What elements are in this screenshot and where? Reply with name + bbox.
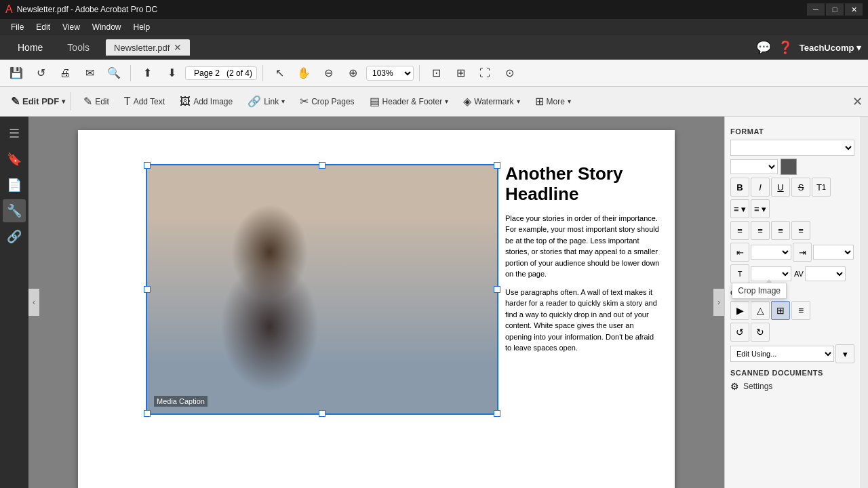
text-size-btn[interactable]: T: [730, 264, 749, 283]
flip-button[interactable]: △: [751, 301, 770, 320]
zoom-out-button[interactable]: ⊖: [317, 63, 339, 83]
collapse-left-button[interactable]: ‹: [28, 289, 39, 316]
tab-close-icon[interactable]: ✕: [174, 42, 182, 53]
color-picker[interactable]: [781, 159, 797, 175]
arrange-button[interactable]: ▶: [730, 301, 749, 320]
crop-pages-button[interactable]: ✂ Crop Pages: [294, 92, 359, 110]
ordered-list-button[interactable]: ≡ ▾: [751, 199, 770, 218]
main-area: ☰ 🔖 📄 🔧 🔗 ‹: [0, 117, 868, 488]
image-container[interactable]: Ruffles Media Caption: [146, 164, 498, 415]
close-edit-button[interactable]: ✕: [852, 94, 863, 109]
edit-pdf-dropdown-arrow[interactable]: ▾: [62, 98, 65, 105]
undo-button[interactable]: ↺: [30, 63, 52, 83]
watermark-button[interactable]: ◈ Watermark ▾: [458, 92, 525, 110]
add-text-button[interactable]: T Add Text: [119, 93, 170, 110]
sidebar-panels-button[interactable]: ☰: [3, 122, 26, 145]
handle-middle-right[interactable]: [494, 286, 500, 293]
crop-image-tooltip: Crop Image: [732, 283, 787, 299]
align-center-button[interactable]: ≡: [751, 221, 770, 240]
next-page-button[interactable]: ⬇: [161, 63, 182, 83]
menu-help[interactable]: Help: [128, 21, 156, 33]
close-button[interactable]: ✕: [845, 3, 863, 16]
collapse-right-button[interactable]: ›: [713, 289, 724, 316]
indent-type-select[interactable]: [813, 245, 854, 260]
header-footer-button[interactable]: ▤ Header & Footer ▾: [364, 92, 454, 110]
add-image-icon: 🖼: [180, 96, 191, 108]
align-justify-button[interactable]: ≡: [791, 221, 810, 240]
handle-bottom-left[interactable]: [144, 410, 151, 417]
body-text-1: Place your stories in order of their imp…: [505, 213, 661, 280]
align-objects-button[interactable]: ≡: [791, 301, 810, 320]
handle-middle-left[interactable]: [144, 286, 151, 293]
tracking-label: AV: [794, 270, 804, 278]
menu-view[interactable]: View: [57, 21, 85, 33]
handle-top-right[interactable]: [494, 162, 500, 169]
redo-objects-button[interactable]: ↻: [751, 323, 770, 342]
handle-top-left[interactable]: [144, 162, 151, 169]
pages-button[interactable]: 📄: [3, 174, 26, 197]
settings-label[interactable]: Settings: [743, 382, 772, 391]
zoom-in-button[interactable]: ⊕: [342, 63, 363, 83]
handle-bottom-center[interactable]: [319, 410, 326, 417]
font-family-select[interactable]: [730, 140, 854, 156]
search-button[interactable]: 🔍: [103, 63, 125, 83]
fit-width-button[interactable]: ⊞: [450, 63, 471, 83]
settings-gear-icon: ⚙: [730, 381, 739, 392]
list-row: ≡ ▾ ≡ ▾: [730, 199, 854, 218]
right-scrollbar[interactable]: [860, 117, 868, 488]
pdf-page: Ruffles Media Caption www.teachu: [78, 130, 675, 488]
italic-button[interactable]: I: [751, 178, 770, 197]
image-svg: Ruffles: [147, 165, 497, 413]
font-size-select[interactable]: [730, 159, 778, 174]
more-button[interactable]: ⊞ More ▾: [530, 92, 576, 110]
zoom-select[interactable]: 103% 75% 100% 125%: [366, 66, 414, 81]
image-placeholder: Ruffles: [147, 165, 497, 413]
title-bar-controls[interactable]: ─ □ ✕: [807, 3, 863, 16]
bold-button[interactable]: B: [730, 178, 749, 197]
cursor-tool[interactable]: ↖: [269, 63, 290, 83]
tools-button[interactable]: ⊙: [498, 63, 520, 83]
save-button[interactable]: 💾: [5, 63, 27, 83]
page-input[interactable]: [190, 68, 224, 78]
email-button[interactable]: ✉: [79, 63, 100, 83]
help-icon[interactable]: ❓: [778, 40, 793, 55]
brand-label[interactable]: TeachUcomp ▾: [800, 43, 861, 53]
align-right-button[interactable]: ≡: [771, 221, 790, 240]
hand-tool[interactable]: ✋: [293, 63, 315, 83]
prev-page-button[interactable]: ⬆: [136, 63, 158, 83]
bookmarks-button[interactable]: 🔖: [3, 148, 26, 171]
crop-image-button[interactable]: ⊞ Crop Image: [771, 301, 790, 320]
undo-objects-button[interactable]: ↺: [730, 323, 749, 342]
tab-document[interactable]: Newsletter.pdf ✕: [106, 39, 190, 56]
underline-button[interactable]: U: [771, 178, 790, 197]
fit-page-button[interactable]: ⊡: [425, 63, 447, 83]
restore-button[interactable]: □: [826, 3, 844, 16]
handle-top-center[interactable]: [319, 162, 326, 169]
align-left-button[interactable]: ≡: [730, 221, 749, 240]
tab-tools[interactable]: Tools: [56, 39, 100, 56]
print-button[interactable]: 🖨: [54, 63, 76, 83]
comment-icon[interactable]: 💬: [756, 40, 771, 55]
page-nav: (2 of 4): [185, 66, 257, 80]
menu-edit[interactable]: Edit: [31, 21, 56, 33]
indent-right-button[interactable]: ⇥: [793, 243, 812, 262]
tracking-select[interactable]: [805, 266, 846, 281]
indent-left-button[interactable]: ⇤: [730, 243, 749, 262]
full-screen-button[interactable]: ⛶: [474, 63, 496, 83]
edit-using-dropdown-button[interactable]: ▾: [835, 344, 854, 363]
tab-home[interactable]: Home: [7, 39, 54, 56]
edit-button[interactable]: ✎ Edit: [78, 92, 115, 110]
menu-file[interactable]: File: [5, 21, 29, 33]
menu-window[interactable]: Window: [87, 21, 127, 33]
unordered-list-button[interactable]: ≡ ▾: [730, 199, 749, 218]
minimize-button[interactable]: ─: [807, 3, 825, 16]
add-image-button[interactable]: 🖼 Add Image: [174, 93, 238, 110]
strikethrough-button[interactable]: S: [791, 178, 810, 197]
links-button[interactable]: 🔗: [3, 225, 26, 248]
indent-size-select[interactable]: [751, 245, 791, 260]
superscript-button[interactable]: T1: [812, 178, 831, 197]
handle-bottom-right[interactable]: [494, 410, 500, 417]
link-button[interactable]: 🔗 Link ▾: [242, 92, 290, 110]
edit-using-select[interactable]: Edit Using...: [730, 346, 834, 362]
tools-panel-button[interactable]: 🔧: [3, 199, 26, 222]
